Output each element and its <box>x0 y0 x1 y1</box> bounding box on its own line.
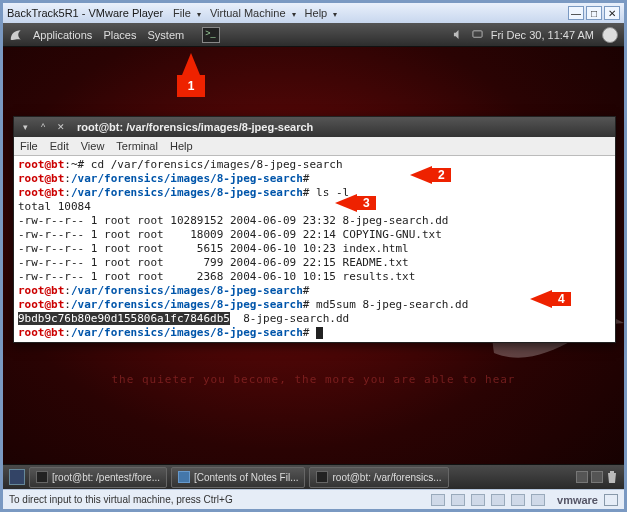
show-desktop-icon[interactable] <box>9 469 25 485</box>
ls-row: -rw-r--r-- 1 root root 799 2004-06-09 22… <box>18 256 409 269</box>
taskbar-item[interactable]: [Contents of Notes Fil... <box>171 467 306 488</box>
ls-row: -rw-r--r-- 1 root root 18009 2004-06-09 … <box>18 228 442 241</box>
cmd-blank <box>309 172 316 185</box>
terminal-menu-edit[interactable]: Edit <box>50 140 69 152</box>
annotation-2-label: 2 <box>432 168 451 182</box>
ls-row: -rw-r--r-- 1 root root 5615 2004-06-10 1… <box>18 242 409 255</box>
terminal-menu-help[interactable]: Help <box>170 140 193 152</box>
annotation-2: 2 <box>410 166 451 184</box>
ls-total: total 10084 <box>18 200 91 213</box>
vmware-window-buttons: — □ ✕ <box>568 6 620 20</box>
guest-desktop[interactable]: Applications Places System >_ Fri Dec 30… <box>3 23 624 489</box>
terminal-body[interactable]: root@bt:~# cd /var/forensics/images/8-jp… <box>14 156 615 342</box>
taskbar-item[interactable]: root@bt: /var/forensics... <box>309 467 448 488</box>
cmd-blank <box>309 326 316 339</box>
vmware-title-text: BackTrack5R1 - VMware Player <box>7 7 163 19</box>
prompt-user: root@bt <box>18 298 64 311</box>
device-icon[interactable] <box>471 494 485 506</box>
ls-row: -rw-r--r-- 1 root root 2368 2004-06-10 1… <box>18 270 415 283</box>
terminal-menu-terminal[interactable]: Terminal <box>116 140 158 152</box>
terminal-launcher-icon[interactable]: >_ <box>202 27 220 43</box>
wallpaper-tagline: the quieter you become, the more you are… <box>3 373 624 386</box>
taskbar-item-label: [root@bt: /pentest/fore... <box>52 472 160 483</box>
user-avatar-icon[interactable] <box>602 27 618 43</box>
vmware-brand: vmware <box>557 494 598 506</box>
menu-places[interactable]: Places <box>103 29 136 41</box>
terminal-titlebar[interactable]: ▾ ^ ✕ root@bt: /var/forensics/images/8-j… <box>14 117 615 137</box>
backtrack-logo-icon <box>9 28 23 42</box>
vmware-window: BackTrack5R1 - VMware Player File▾ Virtu… <box>0 0 627 512</box>
prompt-home: :~# <box>64 158 84 171</box>
taskbar-item-label: [Contents of Notes Fil... <box>194 472 299 483</box>
prompt-user: root@bt <box>18 172 64 185</box>
prompt-user: root@bt <box>18 186 64 199</box>
terminal-close-icon[interactable]: ✕ <box>55 121 67 133</box>
svg-rect-0 <box>473 31 482 37</box>
annotation-1-label: 1 <box>177 75 205 97</box>
prompt-path: /var/forensics/images/8-jpeg-search <box>71 298 303 311</box>
device-icon[interactable] <box>531 494 545 506</box>
md5-file: 8-jpeg-search.dd <box>230 312 349 325</box>
terminal-pin-icon[interactable]: ^ <box>37 121 49 133</box>
device-icon[interactable] <box>511 494 525 506</box>
prompt-path: /var/forensics/images/8-jpeg-search <box>71 172 303 185</box>
gnome-menus: Applications Places System <box>33 29 192 41</box>
vmware-status-hint: To direct input to this virtual machine,… <box>9 494 233 505</box>
clock-text[interactable]: Fri Dec 30, 11:47 AM <box>491 29 594 41</box>
annotation-3-label: 3 <box>357 196 376 210</box>
close-button[interactable]: ✕ <box>604 6 620 20</box>
vmware-menu: File▾ Virtual Machine▾ Help▾ <box>173 7 343 19</box>
maximize-button[interactable]: □ <box>586 6 602 20</box>
terminal-menu-icon[interactable]: ▾ <box>19 121 31 133</box>
terminal-menu-view[interactable]: View <box>81 140 105 152</box>
cmd-md5sum: md5sum 8-jpeg-search.dd <box>309 298 468 311</box>
device-icon[interactable] <box>491 494 505 506</box>
prompt-user: root@bt <box>18 284 64 297</box>
ls-row: -rw-r--r-- 1 root root 10289152 2004-06-… <box>18 214 448 227</box>
cmd-blank <box>309 284 316 297</box>
prompt-path: /var/forensics/images/8-jpeg-search <box>71 186 303 199</box>
taskbar-tray <box>576 470 618 484</box>
sound-icon[interactable] <box>453 29 464 40</box>
terminal-menubar: File Edit View Terminal Help <box>14 137 615 156</box>
terminal-title-text: root@bt: /var/forensics/images/8-jpeg-se… <box>77 121 313 133</box>
menu-system[interactable]: System <box>147 29 184 41</box>
workspace-switcher[interactable] <box>576 471 588 483</box>
terminal-menu-file[interactable]: File <box>20 140 38 152</box>
prompt-user: root@bt <box>18 158 64 171</box>
vmware-menu-file[interactable]: File <box>173 7 191 19</box>
minimize-button[interactable]: — <box>568 6 584 20</box>
prompt-user: root@bt <box>18 326 64 339</box>
terminal-window[interactable]: ▾ ^ ✕ root@bt: /var/forensics/images/8-j… <box>13 116 616 343</box>
gnome-topbar: Applications Places System >_ Fri Dec 30… <box>3 23 624 47</box>
md5-hash: 9bdb9c76b80e90d155806a1fc7846db5 <box>18 312 230 325</box>
device-icon[interactable] <box>431 494 445 506</box>
trash-icon[interactable] <box>606 470 618 484</box>
cmd-cd: cd /var/forensics/images/8-jpeg-search <box>84 158 342 171</box>
annotation-4: 4 <box>530 290 571 308</box>
vmware-titlebar: BackTrack5R1 - VMware Player File▾ Virtu… <box>3 3 624 23</box>
taskbar-item[interactable]: [root@bt: /pentest/fore... <box>29 467 167 488</box>
prompt-path: /var/forensics/images/8-jpeg-search <box>71 326 303 339</box>
vmware-menu-virtual-machine[interactable]: Virtual Machine <box>210 7 286 19</box>
annotation-4-label: 4 <box>552 292 571 306</box>
annotation-1: 1 <box>177 53 205 97</box>
prompt-path: /var/forensics/images/8-jpeg-search <box>71 284 303 297</box>
notification-icon[interactable] <box>472 29 483 40</box>
gnome-taskbar: [root@bt: /pentest/fore... [Contents of … <box>3 464 624 489</box>
annotation-3: 3 <box>335 194 376 212</box>
vmware-menu-help[interactable]: Help <box>305 7 328 19</box>
clock-area: Fri Dec 30, 11:47 AM <box>453 27 618 43</box>
vmware-statusbar: To direct input to this virtual machine,… <box>3 489 624 509</box>
device-icon[interactable] <box>451 494 465 506</box>
taskbar-item-label: root@bt: /var/forensics... <box>332 472 441 483</box>
workspace-switcher[interactable] <box>591 471 603 483</box>
fullscreen-icon[interactable] <box>604 494 618 506</box>
cursor <box>316 327 323 339</box>
menu-applications[interactable]: Applications <box>33 29 92 41</box>
